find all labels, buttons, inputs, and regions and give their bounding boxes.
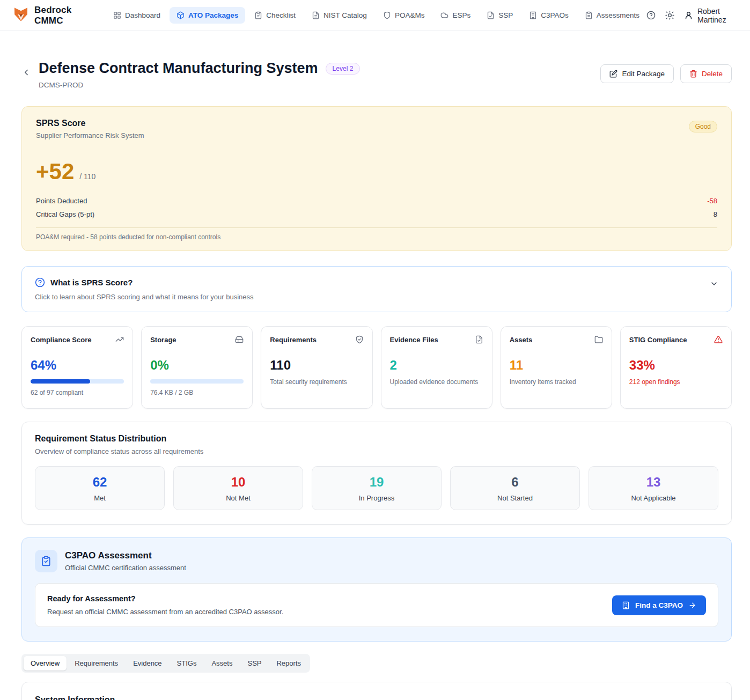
c3pao-title: C3PAO Assessment [65, 550, 186, 561]
dashboard-icon [113, 11, 121, 19]
file-check-icon [475, 335, 483, 344]
package-code: DCMS-PROD [39, 81, 360, 89]
tab-stigs[interactable]: STIGs [170, 656, 204, 670]
back-button[interactable] [21, 68, 31, 79]
metric-cards: Compliance Score 64% 62 of 97 compliant … [21, 326, 732, 409]
sprs-title: SPRS Score [36, 119, 717, 128]
level-badge: Level 2 [326, 63, 361, 75]
sprs-score-value: +52 [36, 159, 74, 185]
brand-name: Bedrock CMMC [34, 5, 91, 26]
clipboard-check-icon [35, 550, 57, 572]
page-title: Defense Contract Manufacturing System [39, 60, 318, 77]
sprs-info-subtitle: Click to learn about SPRS scoring and wh… [35, 293, 710, 301]
storage-card[interactable]: Storage 0% 76.4 KB / 2 GB [141, 326, 253, 409]
building-icon [529, 11, 537, 19]
chevron-left-icon [21, 68, 31, 77]
package-icon [177, 11, 185, 19]
sprs-info-title: What is SPRS Score? [50, 278, 133, 287]
sprs-divider [36, 227, 717, 228]
main-nav: Dashboard ATO Packages Checklist NIST Ca… [106, 7, 646, 24]
sprs-subtitle: Supplier Performance Risk System [36, 131, 717, 139]
nav-item-poams[interactable]: POA&Ms [376, 7, 432, 24]
storage-value: 0% [150, 358, 244, 373]
compliance-score-value: 64% [31, 358, 124, 373]
help-button[interactable] [646, 11, 656, 20]
stig-compliance-card[interactable]: STIG Compliance 33% 212 open findings [620, 326, 732, 409]
delete-button[interactable]: Delete [680, 64, 732, 83]
tab-ssp[interactable]: SSP [240, 656, 268, 670]
evidence-files-card[interactable]: Evidence Files 2 Uploaded evidence docum… [381, 326, 492, 409]
page-header: Defense Contract Manufacturing System Le… [21, 60, 732, 89]
tab-overview[interactable]: Overview [24, 656, 67, 670]
nav-item-dashboard[interactable]: Dashboard [106, 7, 167, 24]
edit-package-button[interactable]: Edit Package [600, 64, 674, 83]
nav-item-checklist[interactable]: Checklist [247, 7, 303, 24]
building-icon [622, 601, 630, 609]
assessment-cta-card: Ready for Assessment? Request an officia… [35, 583, 718, 627]
trending-up-icon [115, 335, 124, 344]
chevron-down-icon[interactable] [710, 279, 718, 290]
edit-icon [609, 70, 617, 78]
file-check-icon [487, 11, 495, 19]
status-box-not-applicable[interactable]: 13 Not Applicable [589, 466, 718, 510]
document-icon [312, 11, 320, 19]
clipboard-check-icon [254, 11, 262, 19]
nav-item-ssp[interactable]: SSP [480, 7, 520, 24]
points-deducted-value: -58 [707, 197, 717, 205]
critical-gaps-value: 8 [714, 210, 717, 218]
assets-value: 11 [510, 358, 603, 373]
storage-progress-bar [150, 379, 244, 384]
compliance-score-card[interactable]: Compliance Score 64% 62 of 97 compliant [21, 326, 133, 409]
user-name: Robert Martinez [697, 7, 737, 24]
requirements-card[interactable]: Requirements 110 Total security requirem… [261, 326, 372, 409]
arrow-right-icon [688, 601, 696, 609]
nav-item-esps[interactable]: ESPs [433, 7, 477, 24]
user-icon [684, 11, 693, 20]
nav-item-nist-catalog[interactable]: NIST Catalog [305, 7, 374, 24]
c3pao-subtitle: Official CMMC certification assessment [65, 564, 186, 572]
tab-requirements[interactable]: Requirements [68, 656, 125, 670]
evidence-files-value: 2 [390, 358, 483, 373]
nav-item-c3paos[interactable]: C3PAOs [522, 7, 576, 24]
page-body: Defense Contract Manufacturing System Le… [0, 31, 750, 700]
sprs-info-collapsible[interactable]: What is SPRS Score? Click to learn about… [21, 266, 732, 312]
hard-drive-icon [235, 335, 244, 344]
stig-compliance-caption: 212 open findings [629, 378, 723, 386]
status-box-met[interactable]: 62 Met [35, 466, 165, 510]
brand[interactable]: Bedrock CMMC [13, 5, 91, 26]
sun-icon [665, 11, 674, 20]
status-box-in-progress[interactable]: 19 In Progress [312, 466, 442, 510]
c3pao-assessment-card: C3PAO Assessment Official CMMC certifica… [21, 537, 732, 642]
alert-triangle-icon [714, 335, 723, 344]
distribution-subtitle: Overview of compliance status across all… [35, 447, 718, 455]
shield-icon [383, 11, 391, 19]
cloud-icon [440, 11, 448, 19]
find-c3pao-button[interactable]: Find a C3PAO [612, 595, 706, 615]
user-menu[interactable]: Robert Martinez [684, 7, 737, 24]
status-box-not-started[interactable]: 6 Not Started [450, 466, 580, 510]
evidence-files-caption: Uploaded evidence documents [390, 378, 483, 386]
compliance-progress-bar [31, 379, 124, 384]
tab-assets[interactable]: Assets [204, 656, 239, 670]
clipboard-icon [585, 11, 593, 19]
requirements-caption: Total security requirements [270, 378, 363, 386]
distribution-title: Requirement Status Distribution [35, 434, 718, 444]
theme-toggle-button[interactable] [665, 11, 674, 20]
storage-caption: 76.4 KB / 2 GB [150, 389, 244, 396]
sprs-row-critical-gaps: Critical Gaps (5-pt) 8 [36, 208, 717, 221]
stig-compliance-value: 33% [629, 358, 723, 373]
status-box-not-met[interactable]: 10 Not Met [173, 466, 303, 510]
sprs-footnote: POA&M required - 58 points deducted for … [36, 233, 717, 241]
tab-reports[interactable]: Reports [269, 656, 308, 670]
nav-item-assessments[interactable]: Assessments [578, 7, 646, 24]
title-block: Defense Contract Manufacturing System Le… [39, 60, 360, 89]
nav-item-ato-packages[interactable]: ATO Packages [170, 7, 245, 24]
system-information-card: System Information Details about the sys… [21, 682, 732, 700]
assets-card[interactable]: Assets 11 Inventory items tracked [501, 326, 612, 409]
requirements-value: 110 [270, 358, 363, 373]
sprs-score-card: SPRS Score Supplier Performance Risk Sys… [21, 106, 732, 251]
tab-evidence[interactable]: Evidence [126, 656, 168, 670]
top-navbar: Bedrock CMMC Dashboard ATO Packages Chec… [0, 0, 750, 31]
shield-check-icon [355, 335, 364, 344]
assets-caption: Inventory items tracked [510, 378, 603, 386]
